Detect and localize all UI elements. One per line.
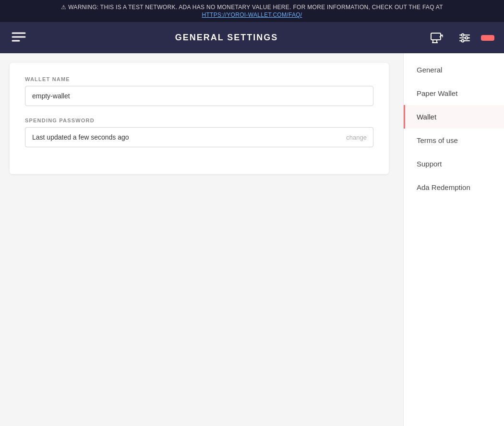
- logo: [10, 27, 28, 48]
- sidebar-item-support[interactable]: Support: [404, 152, 504, 176]
- sidebar-item-ada-redemption[interactable]: Ada Redemption: [404, 176, 504, 199]
- sidebar-item-paper-wallet[interactable]: Paper Wallet: [404, 82, 504, 105]
- wallet-name-input[interactable]: [25, 86, 373, 106]
- warning-banner: ⚠ WARNING: THIS IS A TEST NETWORK. ADA H…: [0, 0, 504, 22]
- send-receive-button[interactable]: [425, 28, 448, 47]
- svg-point-8: [466, 36, 468, 39]
- wallet-name-label: WALLET NAME: [25, 76, 373, 82]
- spending-password-group: SPENDING PASSWORD change: [25, 118, 373, 147]
- sidebar: General Paper Wallet Wallet Terms of use…: [403, 53, 504, 426]
- change-password-button[interactable]: change: [346, 134, 367, 141]
- spending-password-label: SPENDING PASSWORD: [25, 118, 373, 123]
- sidebar-item-general[interactable]: General: [404, 58, 504, 82]
- warning-icon: ⚠ WARNING: THIS IS A TEST NETWORK. ADA H…: [61, 4, 443, 11]
- header: GENERAL SETTINGS: [0, 22, 504, 53]
- settings-button[interactable]: [454, 29, 475, 47]
- svg-rect-3: [431, 33, 441, 40]
- wallet-name-group: WALLET NAME: [25, 76, 373, 106]
- sidebar-item-wallet[interactable]: Wallet: [404, 105, 504, 129]
- spending-password-wrapper: change: [25, 127, 373, 147]
- sidebar-item-terms-of-use[interactable]: Terms of use: [404, 129, 504, 152]
- page-title: GENERAL SETTINGS: [28, 33, 425, 43]
- svg-point-7: [462, 34, 464, 36]
- spending-password-input: [25, 127, 373, 147]
- content-area: WALLET NAME SPENDING PASSWORD change: [0, 53, 403, 426]
- settings-card: WALLET NAME SPENDING PASSWORD change: [10, 63, 389, 174]
- logo-icon: [10, 27, 28, 48]
- main-layout: WALLET NAME SPENDING PASSWORD change Gen…: [0, 53, 504, 426]
- header-actions: [425, 28, 494, 47]
- svg-point-9: [462, 39, 464, 42]
- active-action-button[interactable]: [481, 35, 494, 41]
- warning-link[interactable]: HTTPS://YOROI-WALLET.COM/FAQ/: [8, 12, 496, 18]
